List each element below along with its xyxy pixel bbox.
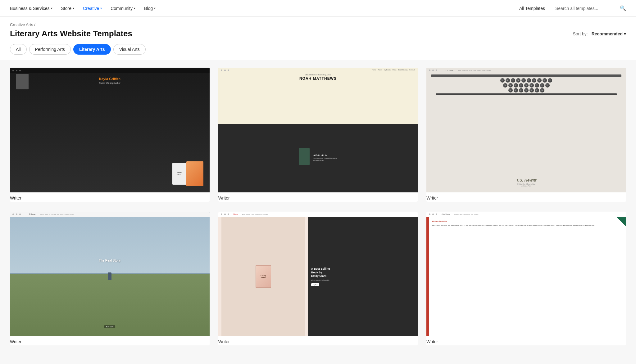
template-card[interactable]: Kayla Griffith Award Winning Author SWAN… xyxy=(10,68,210,202)
nav-left: Business & Services ▾ Store ▾ Creative ▾… xyxy=(10,6,519,11)
card-label: Writer xyxy=(218,192,418,202)
card-preview: T. S. Hewitt Home Works Bio In the Press… xyxy=(426,68,626,192)
template-card[interactable]: J. Brown Home Books In The Press Bio New… xyxy=(10,212,210,346)
search-input[interactable] xyxy=(555,6,617,11)
chevron-down-icon: ▾ xyxy=(134,7,135,10)
chevron-down-icon: ▾ xyxy=(100,7,102,10)
breadcrumb: Creative Arts / xyxy=(10,22,626,27)
filter-bar: All Performing Arts Literary Arts Visual… xyxy=(0,44,636,60)
page-title-row: Literary Arts Website Templates Sort by:… xyxy=(10,29,626,44)
card-label: Writer xyxy=(426,336,626,345)
page-header: Creative Arts / Literary Arts Website Te… xyxy=(0,17,636,44)
sort-label: Sort by: xyxy=(573,31,588,36)
breadcrumb-separator: / xyxy=(34,22,35,27)
filter-literary-arts[interactable]: Literary Arts xyxy=(73,44,111,55)
preview-field-story: J. Brown Home Books In The Press Bio New… xyxy=(10,212,210,336)
sort-value: Recommended xyxy=(592,31,623,36)
nav-item-blog[interactable]: Blog ▾ xyxy=(144,6,156,11)
card-preview: Kayla Griffith Award Winning Author SWAN… xyxy=(10,68,210,192)
search-icon[interactable]: 🔍 xyxy=(620,5,626,11)
nav-item-business[interactable]: Business & Services ▾ xyxy=(10,6,52,11)
template-card[interactable]: Home About My Books Press Book Signing C… xyxy=(218,68,418,202)
template-card[interactable]: T. S. Hewitt Home Works Bio In the Press… xyxy=(426,68,626,202)
card-label: Writer xyxy=(10,192,210,202)
card-preview: Home About My Books Press Book Signing C… xyxy=(218,68,418,192)
card-label: Writer xyxy=(426,192,626,202)
sort-chevron-icon: ▾ xyxy=(624,31,626,36)
nav-item-community[interactable]: Community ▾ xyxy=(111,6,135,11)
template-grid: Kayla Griffith Award Winning Author SWAN… xyxy=(10,68,626,345)
template-grid-area: Kayla Griffith Award Winning Author SWAN… xyxy=(0,60,636,353)
preview-dark-author: Kayla Griffith Award Winning Author SWAN… xyxy=(10,68,210,192)
sort-dropdown[interactable]: Sort by: Recommended ▾ xyxy=(573,31,626,36)
chevron-down-icon: ▾ xyxy=(51,7,52,10)
nav-divider xyxy=(550,5,550,11)
card-preview: J. Brown Home Books In The Press Bio New… xyxy=(10,212,210,336)
card-preview: Home About Books Press Book Signing Cont… xyxy=(218,212,418,336)
chevron-down-icon: ▾ xyxy=(154,7,156,10)
nav-item-store[interactable]: Store ▾ xyxy=(61,6,74,11)
preview-cream-author: Home About My Books Press Book Signing C… xyxy=(218,68,418,192)
breadcrumb-parent[interactable]: Creative Arts xyxy=(10,22,33,27)
card-label: Writer xyxy=(218,336,418,345)
card-label: Writer xyxy=(10,336,210,345)
filter-visual-arts[interactable]: Visual Arts xyxy=(113,44,146,55)
main-nav: Business & Services ▾ Store ▾ Creative ▾… xyxy=(0,0,636,17)
nav-item-creative[interactable]: Creative ▾ xyxy=(83,6,102,11)
all-templates-link[interactable]: All Templates xyxy=(519,6,545,11)
filter-performing-arts[interactable]: Performing Arts xyxy=(29,44,71,55)
template-card[interactable]: Home About Books Press Book Signing Cont… xyxy=(218,212,418,346)
preview-portfolio: Alice Barley Featured Work Publications … xyxy=(426,212,626,336)
preview-pink-book: Home About Books Press Book Signing Cont… xyxy=(218,212,418,336)
chevron-down-icon: ▾ xyxy=(73,7,74,10)
card-preview: Alice Barley Featured Work Publications … xyxy=(426,212,626,336)
page-title: Literary Arts Website Templates xyxy=(10,29,132,38)
filter-all[interactable]: All xyxy=(10,44,27,55)
nav-right: All Templates 🔍 xyxy=(519,5,626,11)
template-card[interactable]: Alice Barley Featured Work Publications … xyxy=(426,212,626,346)
search-bar[interactable]: 🔍 xyxy=(555,5,626,11)
preview-typewriter: T. S. Hewitt Home Works Bio In the Press… xyxy=(426,68,626,192)
